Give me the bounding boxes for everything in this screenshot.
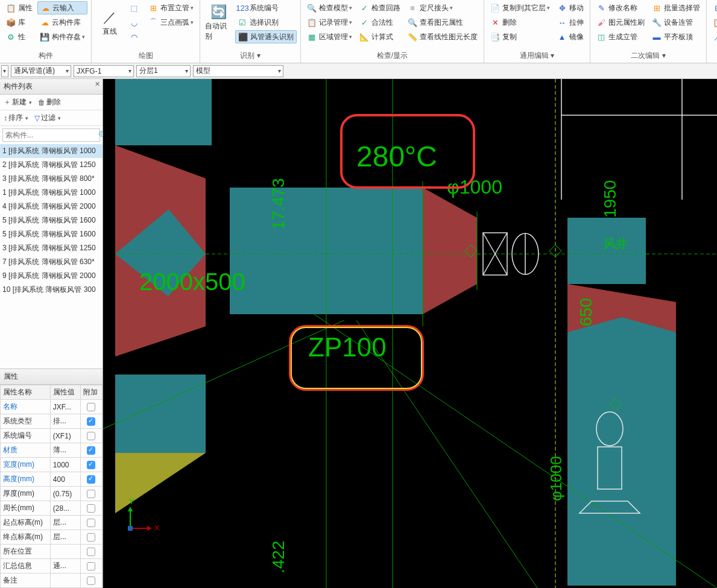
prop-value[interactable]: (28... — [50, 501, 80, 516]
ribbon-button[interactable]: ▦区域管理▾ — [305, 30, 355, 43]
ribbon-button[interactable]: ▬平齐板顶 — [649, 30, 703, 43]
ribbon-button[interactable]: 🖌图元属性刷 — [594, 16, 647, 29]
prop-attach[interactable] — [80, 559, 102, 574]
checkbox-icon[interactable] — [87, 403, 95, 411]
table-row[interactable]: 周长(mm)(28... — [1, 501, 103, 516]
ribbon-button[interactable]: 📄复制到其它层▾ — [488, 1, 552, 14]
ribbon-button[interactable]: ⬚ — [127, 1, 144, 14]
ribbon-button[interactable]: ▲镜像 — [555, 30, 586, 43]
ribbon-button[interactable]: ≡定尺接头▾ — [405, 1, 480, 14]
ribbon-button[interactable]: 💾构件存盘▾ — [37, 30, 87, 43]
ribbon-button[interactable]: 📐计算式 — [357, 30, 403, 43]
filter-combo[interactable] — [1, 65, 8, 77]
prop-attach[interactable] — [80, 429, 102, 443]
list-item[interactable]: 9 [排风系统 薄钢板风管 2000 — [0, 269, 103, 283]
checkbox-icon[interactable] — [87, 548, 95, 556]
ribbon-button[interactable]: 🔧设备连管 — [649, 16, 703, 29]
list-item[interactable]: 7 [排风系统 薄钢板风管 630* — [0, 255, 103, 269]
ribbon-button[interactable]: ✎修改名称 — [594, 1, 647, 14]
filter-combo[interactable]: 通风管道(通) — [11, 65, 71, 77]
checkbox-icon[interactable] — [87, 577, 95, 585]
ribbon-button[interactable]: ✕删除 — [488, 16, 552, 29]
prop-value[interactable]: 400 — [50, 472, 80, 487]
prop-value[interactable] — [50, 545, 80, 559]
ribbon-button[interactable]: ☑选择识别 — [235, 16, 297, 29]
ribbon-button[interactable]: ◡ — [127, 16, 144, 29]
list-item[interactable]: 5 [排风系统 薄钢板风管 1600 — [0, 227, 103, 241]
checkbox-icon[interactable] — [87, 562, 95, 571]
list-item[interactable]: 1 [排风系统 薄钢板风管 1000 — [0, 144, 103, 158]
ribbon-button[interactable]: 📋记录管理▾ — [305, 16, 355, 29]
table-row[interactable]: 宽度(mm)1000 — [1, 458, 103, 472]
ribbon-button[interactable]: ↔拉伸 — [555, 16, 586, 29]
prop-attach[interactable] — [80, 472, 102, 487]
checkbox-icon[interactable] — [87, 475, 95, 484]
ribbon-button[interactable]: ◠ — [127, 30, 144, 43]
prop-value[interactable]: JXF... — [50, 400, 80, 414]
ribbon-button[interactable]: ⊞查 — [710, 1, 717, 14]
table-row[interactable]: 系统编号(XF1) — [1, 429, 103, 443]
prop-attach[interactable] — [80, 501, 102, 516]
ribbon-button[interactable]: 📏查看线性图元长度 — [405, 30, 480, 43]
prop-value[interactable]: (XF1) — [50, 429, 80, 443]
table-row[interactable]: 汇总信息通... — [1, 559, 103, 574]
checkbox-icon[interactable] — [87, 490, 95, 498]
model-canvas[interactable]: 2000x500 17.473 280°C ZP100 φ1000 1950 6… — [103, 79, 717, 588]
ribbon-button[interactable]: 📦库 — [4, 16, 35, 29]
prop-value[interactable]: (0.75) — [50, 487, 80, 501]
panel-tool-button[interactable]: 🗑 删除 — [38, 97, 61, 107]
ribbon-button[interactable]: ✓合法性 — [357, 16, 403, 29]
prop-value[interactable]: 层... — [50, 530, 80, 545]
table-row[interactable]: 材质薄... — [1, 443, 103, 458]
prop-attach[interactable] — [80, 487, 102, 501]
list-item[interactable]: 2 [排风系统 薄钢板风管 1250 — [0, 158, 103, 172]
prop-value[interactable]: 层... — [50, 516, 80, 530]
prop-attach[interactable] — [80, 458, 102, 472]
filter-combo[interactable]: JXFG-1 — [74, 65, 134, 77]
list-item[interactable]: 3 [排风系统 薄钢板风管 800* — [0, 172, 103, 186]
list-item[interactable]: 10 [排风系统 薄钢板风管 300 — [0, 283, 103, 297]
table-row[interactable]: 备注 — [1, 574, 103, 588]
filter-combo[interactable]: 模型 — [193, 65, 283, 77]
ribbon-button[interactable]: 📑复制 — [488, 30, 552, 43]
ribbon-button[interactable]: ☁云构件库 — [37, 16, 87, 29]
ribbon-button[interactable]: ／ — [710, 30, 717, 43]
component-search[interactable]: 🔍 — [2, 128, 100, 142]
ribbon-button[interactable]: 🔍查看图元属性 — [405, 16, 480, 29]
prop-attach[interactable] — [80, 414, 102, 429]
ribbon-button[interactable]: ⊞批量选择管 — [649, 1, 703, 14]
search-input[interactable] — [3, 129, 98, 141]
ribbon-button[interactable]: ◫生成立管 — [594, 30, 647, 43]
prop-value[interactable] — [50, 574, 80, 588]
checkbox-icon[interactable] — [87, 504, 95, 513]
panel-tool-button[interactable]: ↕ 排序 ▾ — [4, 113, 28, 123]
panel-tool-button[interactable]: ▽ 过滤 ▾ — [34, 113, 61, 123]
ribbon-button[interactable]: ⚙性 — [4, 30, 35, 43]
ribbon-button[interactable]: ☁云输入 — [37, 1, 87, 14]
table-row[interactable]: 所在位置 — [1, 545, 103, 559]
list-item[interactable]: 4 [排风系统 薄钢板风管 2000 — [0, 200, 103, 213]
checkbox-icon[interactable] — [87, 417, 95, 426]
ribbon-button[interactable]: ⬛风管通头识别 — [235, 30, 297, 43]
checkbox-icon[interactable] — [87, 533, 95, 542]
prop-attach[interactable] — [80, 545, 102, 559]
checkbox-icon[interactable] — [87, 461, 95, 469]
ribbon-button[interactable]: 📋 — [710, 16, 717, 29]
ribbon-button[interactable]: ⊞布置立管▾ — [146, 1, 196, 14]
table-row[interactable]: 系统类型排... — [1, 414, 103, 429]
ribbon-button[interactable]: ✥移动 — [555, 1, 586, 14]
ribbon-button[interactable] — [146, 30, 196, 43]
checkbox-icon[interactable] — [87, 519, 95, 527]
ribbon-button[interactable]: 123系统编号 — [235, 1, 297, 14]
prop-attach[interactable] — [80, 443, 102, 458]
checkbox-icon[interactable] — [87, 432, 95, 440]
prop-value[interactable]: 排... — [50, 414, 80, 429]
prop-value[interactable]: 通... — [50, 559, 80, 574]
filter-combo[interactable]: 分层1 — [136, 65, 191, 77]
prop-attach[interactable] — [80, 530, 102, 545]
panel-tool-button[interactable]: ＋ 新建 ▾ — [4, 97, 32, 107]
prop-attach[interactable] — [80, 574, 102, 588]
list-item[interactable]: 5 [排风系统 薄钢板风管 1600 — [0, 213, 103, 227]
ribbon-big-button[interactable]: 🔄自动识别 — [204, 1, 233, 43]
panel-close-icon[interactable]: ✕ — [95, 80, 100, 88]
